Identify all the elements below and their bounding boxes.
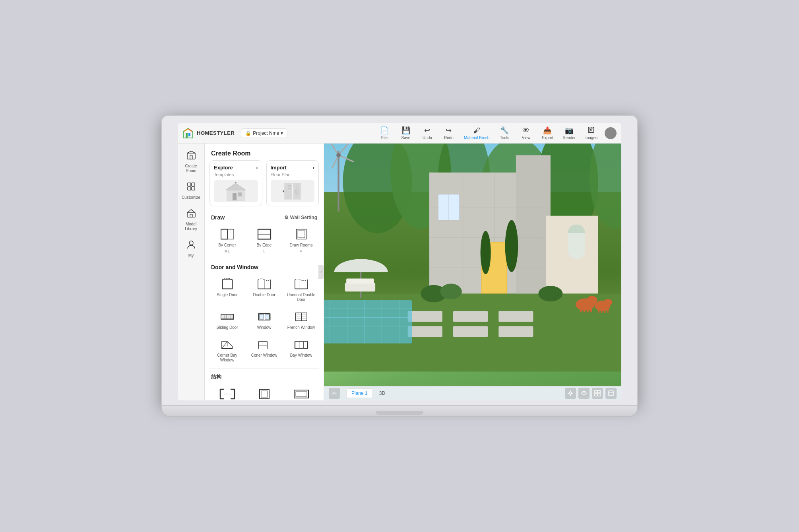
explore-preview <box>214 180 258 202</box>
explore-label: Explore <box>214 165 233 171</box>
svg-rect-151 <box>607 308 608 313</box>
panel-collapse-button[interactable]: ‹ <box>318 265 324 279</box>
svg-rect-11 <box>187 213 195 217</box>
svg-rect-74 <box>295 342 299 349</box>
create-room-icon <box>186 150 196 163</box>
double-door-icon <box>256 277 273 291</box>
door-window-grid: Single Door <box>205 272 324 367</box>
bottom-bar: ✏ Plane 1 3D <box>324 386 621 400</box>
file-label: File <box>381 136 388 140</box>
sidebar-label-create-room: Create Room <box>182 164 201 173</box>
door-opening-icon <box>219 387 236 400</box>
zoom-fit-button[interactable] <box>592 388 603 399</box>
user-avatar[interactable] <box>605 127 617 139</box>
toolbar-export[interactable]: 📤 Export <box>537 124 558 142</box>
tools-label: Tools <box>500 136 509 140</box>
by-edge-shortcut: L <box>263 249 265 253</box>
chevron-down-icon: ▾ <box>281 130 283 136</box>
door-opening-item[interactable]: Door Opening <box>209 384 245 400</box>
sliding-door-item[interactable]: Sliding Door <box>209 306 245 332</box>
by-edge-icon <box>256 227 273 241</box>
my-icon <box>186 239 196 252</box>
corner-bay-window-item[interactable]: Corner Bay Window <box>209 334 245 365</box>
explore-button[interactable]: Explore › Templates <box>209 160 262 206</box>
svg-rect-88 <box>294 390 308 398</box>
svg-rect-40 <box>222 280 232 289</box>
orbit-button[interactable] <box>578 388 590 399</box>
explore-sub-label: Templates <box>214 172 258 177</box>
window-icon <box>256 309 273 324</box>
sliding-door-icon <box>219 309 236 324</box>
toolbar-redo[interactable]: ↪ Redo <box>438 124 459 142</box>
draw-by-edge[interactable]: By Edge L <box>246 224 282 256</box>
fullscreen-button[interactable] <box>605 388 617 399</box>
svg-point-153 <box>481 231 491 274</box>
wall-setting-button[interactable]: ⚙ Wall Setting <box>284 215 317 220</box>
flue-item[interactable]: Flue <box>246 384 282 400</box>
svg-rect-16 <box>233 193 237 200</box>
svg-rect-165 <box>595 394 597 396</box>
svg-rect-10 <box>192 187 195 190</box>
toolbar-file[interactable]: 📄 File <box>374 124 395 142</box>
toolbar-view[interactable]: 👁 View <box>516 125 536 142</box>
images-icon: 🖼 <box>588 126 595 135</box>
structure-grid: Door Opening Flue <box>205 382 324 400</box>
sidebar-item-model-library[interactable]: Model Library <box>180 205 202 235</box>
material-brush-label: Material Brush <box>464 136 489 140</box>
draw-by-center[interactable]: By Center ⌘L <box>209 224 245 256</box>
toolbar-images[interactable]: 🖼 Images <box>580 125 601 142</box>
create-room-panel: Create Room Explore › Templates <box>205 144 324 400</box>
toolbar-tools[interactable]: 🔧 Tools <box>494 124 515 142</box>
sidebar-item-create-room[interactable]: Create Room <box>180 147 202 177</box>
svg-rect-7 <box>188 183 191 186</box>
svg-rect-60 <box>265 315 269 319</box>
draw-rooms-shortcut: R <box>300 249 303 253</box>
toolbar-render[interactable]: 📷 Render <box>559 124 580 142</box>
svg-rect-73 <box>295 342 308 349</box>
unequal-double-door-item[interactable]: Unequal Double Door <box>283 274 319 305</box>
plane-tab[interactable]: Plane 1 <box>346 388 373 398</box>
toolbar-material-brush[interactable]: 🖌 Material Brush <box>460 125 493 142</box>
double-door-item[interactable]: Double Door <box>246 274 282 305</box>
draw-mode-button[interactable]: ✏ <box>329 388 340 399</box>
sidebar-item-my[interactable]: My <box>180 236 202 261</box>
svg-rect-139 <box>346 279 374 284</box>
single-door-item[interactable]: Single Door <box>209 274 245 305</box>
svg-rect-102 <box>337 151 339 212</box>
svg-rect-52 <box>221 315 227 319</box>
window-item[interactable]: Window <box>246 306 282 332</box>
unequal-double-door-icon <box>293 277 310 291</box>
save-icon: 💾 <box>401 126 410 135</box>
draw-rooms[interactable]: Draw Rooms R <box>283 224 319 256</box>
svg-rect-76 <box>303 342 308 349</box>
svg-rect-5 <box>187 153 195 159</box>
svg-point-162 <box>582 392 586 394</box>
three-d-tab[interactable]: 3D <box>374 389 390 398</box>
sidebar-label-my: My <box>188 253 194 258</box>
bay-window-label: Bay Window <box>290 353 312 358</box>
svg-rect-138 <box>345 283 375 292</box>
project-name-button[interactable]: 🔒 Project Nme ▾ <box>241 128 287 138</box>
girder-item[interactable]: Girder <box>283 384 319 400</box>
draw-rooms-label: Draw Rooms <box>290 243 313 248</box>
svg-rect-64 <box>301 313 307 321</box>
svg-rect-145 <box>590 306 592 312</box>
viewport: ✏ Plane 1 3D <box>324 144 621 400</box>
view-label: View <box>522 136 531 140</box>
svg-rect-124 <box>498 311 533 322</box>
svg-rect-164 <box>598 390 600 393</box>
bay-window-item[interactable]: Bay Window <box>283 334 319 365</box>
french-window-item[interactable]: French Window <box>283 306 319 332</box>
toolbar-undo[interactable]: ↩ Undo <box>417 124 438 142</box>
svg-rect-12 <box>190 214 192 217</box>
toolbar-save[interactable]: 💾 Save <box>396 124 416 142</box>
svg-rect-31 <box>221 229 227 239</box>
svg-point-13 <box>189 241 193 245</box>
sidebar-item-customize[interactable]: Customize <box>180 178 202 203</box>
undo-icon: ↩ <box>424 126 430 135</box>
coner-window-item[interactable]: Coner Window <box>246 334 282 365</box>
camera-reset-button[interactable] <box>565 388 576 399</box>
import-button[interactable]: Import › Floor Plan <box>266 160 319 206</box>
top-toolbar: HOMESTYLER 🔒 Project Nme ▾ 📄 File 💾 Save <box>178 123 621 144</box>
svg-rect-127 <box>498 326 533 337</box>
